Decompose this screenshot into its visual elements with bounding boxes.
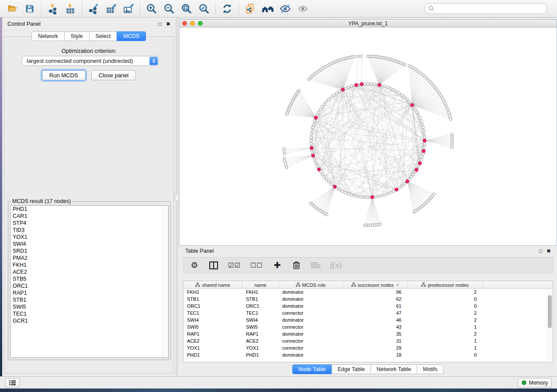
result-item[interactable]: PHD1: [10, 206, 168, 213]
tab-edge-table[interactable]: Edge Table: [332, 364, 371, 374]
cell-predecessor-nodes: 2: [408, 289, 483, 296]
task-history-button[interactable]: [5, 378, 20, 388]
cell-name: ACE2: [242, 337, 279, 344]
column-header-MCDS-role[interactable]: MCDS role: [279, 281, 343, 289]
float-panel-icon[interactable]: □: [539, 248, 542, 254]
cell-shared-name: YOX1: [183, 344, 242, 351]
result-item[interactable]: STB5: [10, 275, 168, 282]
select-all-columns-icon[interactable]: ☑☑: [228, 260, 241, 271]
export-network-button[interactable]: [85, 1, 102, 16]
control-panel-titlebar: Control Panel □ ✖: [2, 17, 176, 31]
float-panel-icon[interactable]: □: [159, 21, 162, 27]
result-item[interactable]: TEC1: [10, 310, 168, 317]
memory-button[interactable]: Memory: [518, 378, 552, 388]
table-row[interactable]: ORC1ORC1dominator610: [183, 303, 553, 309]
table-row[interactable]: FKH1FKH1dominator962: [183, 289, 553, 296]
column-header-predecessor-nodes[interactable]: predecessor nodes: [408, 281, 483, 289]
import-network-icon: [47, 3, 59, 14]
table-row[interactable]: RAP1RAP1dominator352: [183, 330, 553, 337]
network-canvas[interactable]: [180, 28, 557, 245]
tab-network[interactable]: Network: [31, 31, 65, 41]
tab-network-table[interactable]: Network Table: [370, 364, 417, 374]
table-row[interactable]: ACE2ACE2connector311: [183, 337, 553, 344]
tab-mcds[interactable]: MCDS: [117, 31, 146, 41]
cell-shared-name: ORC1: [183, 303, 242, 309]
control-panel-tabs: NetworkStyleSelectMCDS: [2, 31, 176, 41]
tab-select[interactable]: Select: [89, 31, 118, 41]
column-header-name[interactable]: name: [242, 281, 279, 289]
table-row[interactable]: STB1STB1dominator620: [183, 296, 553, 303]
cell-name: TEC1: [242, 309, 279, 316]
table-row[interactable]: PHD1PHD1dominator180: [183, 351, 553, 358]
table-row[interactable]: SWI5SWI5connector431: [183, 323, 553, 330]
export-table-button[interactable]: [102, 1, 120, 16]
criterion-value: largest connected component (undirected): [27, 58, 133, 64]
save-session-button[interactable]: [21, 1, 38, 16]
column-settings-gear-icon[interactable]: ⚙: [190, 260, 199, 271]
first-neighbors-button[interactable]: [259, 1, 277, 16]
split-panel-icon[interactable]: [209, 260, 218, 271]
hide-selected-button[interactable]: [277, 1, 294, 16]
delete-column-icon[interactable]: [292, 260, 301, 271]
result-item[interactable]: CAR1: [10, 213, 168, 220]
import-network-button[interactable]: [44, 1, 62, 16]
duplicate-network-button[interactable]: [242, 1, 259, 16]
cell-successor-nodes: 62: [343, 296, 408, 303]
search-input[interactable]: [437, 5, 543, 12]
mcds-result-list: PHD1CAR1STP4TID3YOX1SWI4SRD1PMA2FKH1ACE2…: [10, 205, 169, 358]
column-header-shared-name[interactable]: shared name: [183, 281, 242, 289]
result-item[interactable]: SRD1: [10, 248, 168, 254]
close-panel-icon[interactable]: ✖: [166, 21, 170, 27]
zoom-in-button[interactable]: [143, 1, 160, 16]
cell-MCDS-role: dominator: [279, 303, 343, 309]
result-item[interactable]: TID3: [10, 227, 168, 234]
cell-successor-nodes: 46: [343, 316, 408, 323]
result-item[interactable]: SWI4: [10, 241, 168, 248]
deselect-all-columns-icon[interactable]: ☐☐: [250, 260, 263, 271]
tab-motifs[interactable]: Motifs: [417, 364, 443, 374]
search-icon: [428, 5, 435, 12]
show-all-button[interactable]: [294, 1, 311, 16]
result-item[interactable]: PMA2: [10, 254, 168, 261]
result-item[interactable]: STB1: [10, 296, 168, 303]
table-row[interactable]: TEC1TEC1connector472: [183, 309, 553, 316]
result-scrollbar[interactable]: [163, 206, 168, 358]
zoom-out-button[interactable]: [160, 1, 178, 16]
result-item[interactable]: STP4: [10, 220, 168, 227]
table-row[interactable]: YOX1YOX1connector291: [183, 344, 553, 351]
table-row[interactable]: SWI4SWI4dominator462: [183, 316, 553, 323]
result-item[interactable]: SWI5: [10, 303, 168, 310]
run-mcds-button[interactable]: Run MCDS: [42, 70, 86, 80]
right-column: YPA_prune.txt_1 Table Panel □ ✖ ⚙☑☑☐☐✚f(…: [178, 17, 557, 376]
close-panel-icon[interactable]: ✖: [547, 248, 551, 254]
result-item[interactable]: ACE2: [10, 268, 168, 275]
add-column-icon[interactable]: ✚: [273, 260, 282, 271]
criterion-select[interactable]: largest connected component (undirected): [22, 56, 159, 66]
table-panel: Table Panel □ ✖ ⚙☑☑☐☐✚f(x) shared namena…: [179, 246, 557, 376]
import-table-button[interactable]: [62, 1, 79, 16]
table-scrollbar-thumb[interactable]: [548, 295, 552, 328]
refresh-layout-button[interactable]: [218, 1, 236, 16]
column-header-successor-nodes[interactable]: successor nodes∨: [343, 281, 408, 289]
result-item[interactable]: RAP1: [10, 289, 168, 296]
result-item[interactable]: YOX1: [10, 234, 168, 241]
close-panel-button[interactable]: Close panel: [91, 70, 136, 80]
result-item[interactable]: FKH1: [10, 261, 168, 268]
cell-predecessor-nodes: 2: [408, 309, 483, 316]
main-area: Control Panel □ ✖ NetworkStyleSelectMCDS…: [2, 17, 557, 376]
network-graph[interactable]: [180, 28, 557, 245]
tab-style[interactable]: Style: [64, 31, 90, 41]
cell-successor-nodes: 31: [343, 337, 408, 344]
zoom-fit-button[interactable]: [178, 1, 195, 16]
cell-name: ORC1: [242, 303, 279, 309]
open-file-button[interactable]: [3, 1, 21, 16]
result-item[interactable]: ORC1: [10, 282, 168, 289]
zoom-fit-icon: [181, 3, 192, 14]
result-item[interactable]: GCR1: [10, 317, 168, 324]
table-scrollbar[interactable]: [547, 289, 552, 361]
zoom-selected-button[interactable]: [195, 1, 213, 16]
cell-predecessor-nodes: 1: [408, 323, 483, 330]
tab-node-table[interactable]: Node Table: [292, 364, 332, 374]
export-image-button[interactable]: [120, 1, 137, 16]
cell-shared-name: ACE2: [183, 337, 242, 344]
